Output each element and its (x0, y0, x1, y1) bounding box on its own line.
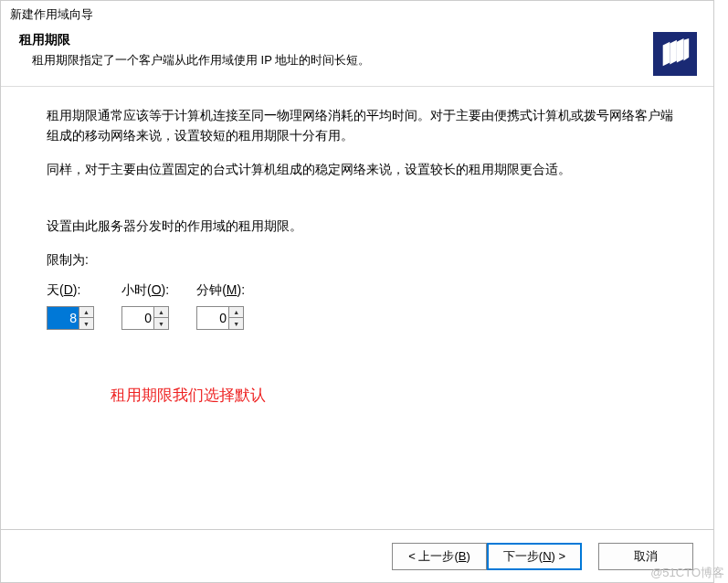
days-label: 天(D): (47, 282, 94, 299)
next-button-pre: 下一步( (503, 549, 543, 563)
days-spinner: ▲ ▼ (47, 306, 94, 330)
days-label-suffix: ): (73, 282, 81, 297)
hours-group: 小时(O): ▲ ▼ (121, 282, 169, 330)
hours-spinner-buttons: ▲ ▼ (153, 307, 168, 329)
back-button[interactable]: < 上一步(B) (392, 543, 487, 570)
minutes-label: 分钟(M): (196, 282, 245, 299)
body-paragraph-1: 租用期限通常应该等于计算机连接至同一物理网络消耗的平均时间。对于主要由便携式计算… (47, 105, 677, 146)
hours-input[interactable] (122, 307, 153, 329)
wizard-header: 租用期限 租用期限指定了一个客户端从此作用域使用 IP 地址的时间长短。 (1, 25, 713, 87)
hours-label-suffix: ): (162, 282, 170, 297)
days-label-prefix: 天( (47, 282, 64, 297)
minutes-hotkey: M (227, 282, 237, 297)
days-input[interactable] (47, 307, 79, 329)
next-button[interactable]: 下一步(N) > (487, 543, 582, 570)
duration-controls: 天(D): ▲ ▼ 小时(O): ▲ (47, 282, 677, 330)
wizard-body: 租用期限通常应该等于计算机连接至同一物理网络消耗的平均时间。对于主要由便携式计算… (1, 87, 713, 415)
minutes-group: 分钟(M): ▲ ▼ (196, 282, 245, 330)
days-hotkey: D (64, 282, 73, 297)
days-up-button[interactable]: ▲ (79, 307, 93, 319)
header-icon (653, 32, 697, 76)
hours-down-button[interactable]: ▼ (154, 318, 168, 329)
minutes-up-button[interactable]: ▲ (229, 307, 243, 319)
header-description: 租用期限指定了一个客户端从此作用域使用 IP 地址的时间长短。 (32, 52, 699, 69)
back-button-pre: < 上一步( (408, 549, 459, 563)
days-down-button[interactable]: ▼ (79, 318, 93, 329)
minutes-spinner-buttons: ▲ ▼ (228, 307, 243, 329)
next-button-hotkey: N (543, 549, 551, 563)
days-group: 天(D): ▲ ▼ (47, 282, 94, 330)
nav-button-group: < 上一步(B) 下一步(N) > (392, 543, 582, 570)
wizard-footer: < 上一步(B) 下一步(N) > 取消 (1, 529, 713, 582)
hours-label: 小时(O): (121, 282, 169, 299)
back-button-post: ) (466, 549, 470, 563)
cancel-button[interactable]: 取消 (598, 543, 693, 570)
hours-label-prefix: 小时( (121, 282, 152, 297)
minutes-down-button[interactable]: ▼ (229, 318, 243, 329)
minutes-label-prefix: 分钟( (196, 282, 227, 297)
window-title: 新建作用域向导 (1, 1, 713, 25)
days-spinner-buttons: ▲ ▼ (79, 307, 93, 329)
body-paragraph-3: 设置由此服务器分发时的作用域的租用期限。 (47, 216, 677, 236)
hours-up-button[interactable]: ▲ (154, 307, 168, 319)
documents-icon (658, 37, 692, 71)
hours-hotkey: O (152, 282, 162, 297)
header-title: 租用期限 (19, 32, 699, 48)
limit-label: 限制为: (47, 249, 677, 270)
wizard-window: 新建作用域向导 租用期限 租用期限指定了一个客户端从此作用域使用 IP 地址的时… (0, 0, 714, 583)
annotation-text: 租用期限我们选择默认 (111, 385, 677, 406)
minutes-label-suffix: ): (237, 282, 245, 297)
next-button-post: ) > (552, 549, 566, 563)
hours-spinner: ▲ ▼ (121, 306, 169, 330)
body-paragraph-2: 同样，对于主要由位置固定的台式计算机组成的稳定网络来说，设置较长的租用期限更合适… (47, 159, 677, 179)
minutes-spinner: ▲ ▼ (196, 306, 244, 330)
minutes-input[interactable] (197, 307, 228, 329)
